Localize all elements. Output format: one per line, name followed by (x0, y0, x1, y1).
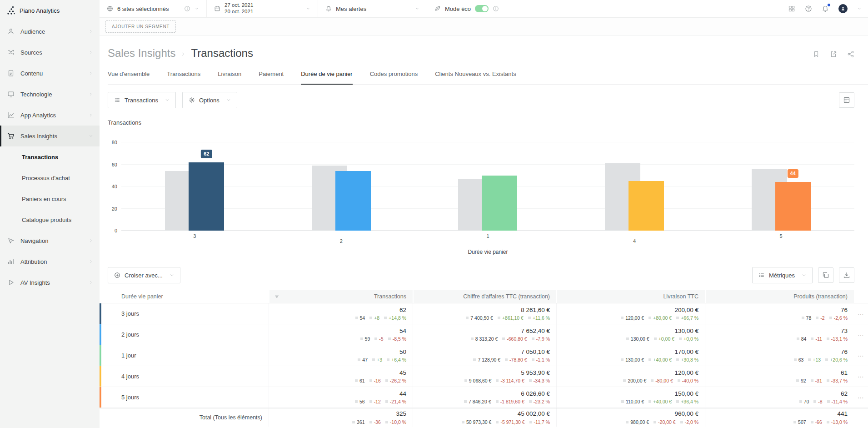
sidebar-item-av-insights[interactable]: AV Insights (0, 272, 100, 293)
sidebar-item-paniers-en-cours[interactable]: Paniers en cours (0, 188, 100, 209)
cell-value: 130,00 € (674, 328, 698, 334)
avatar[interactable] (838, 4, 848, 13)
site-selector[interactable]: 6 sites sélectionnés (100, 0, 207, 17)
chevron-down-icon (415, 6, 419, 11)
bullet-icon (360, 337, 363, 340)
sidebar-item-contenu[interactable]: Contenu (0, 63, 100, 84)
info-icon[interactable] (184, 5, 190, 12)
sidebar-item-sources[interactable]: Sources (0, 42, 100, 63)
add-segment-button[interactable]: AJOUTER UN SEGMENT (105, 20, 176, 33)
download-table-button[interactable] (839, 267, 854, 283)
comparison-value: -20,00 € (658, 420, 676, 425)
bullet-icon (827, 400, 830, 403)
bullet-icon (626, 337, 629, 340)
eco-mode-toggle[interactable] (475, 5, 489, 12)
app-logo[interactable]: Piano Analytics (0, 0, 100, 21)
transactions-chart: 020406080 6244 32145 Durée vie panier (100, 142, 854, 255)
cross-with-dropdown[interactable]: Croiser avec... (108, 267, 180, 283)
metric-cell: 170,00 €130,00 €+40,00 €+30,8 % (556, 345, 705, 366)
tab-duree-de-vie-panier[interactable]: Durée de vie panier (301, 70, 352, 84)
apps-grid-button[interactable] (788, 5, 795, 12)
tab-transactions[interactable]: Transactions (167, 70, 200, 84)
tab-vue-d-ensemble[interactable]: Vue d'ensemble (108, 70, 150, 84)
share-button[interactable] (847, 50, 854, 58)
bar-current-period[interactable] (629, 181, 664, 231)
chevron-right-icon (89, 259, 93, 264)
chevron-down-icon[interactable] (857, 6, 862, 11)
sidebar-item-technologie[interactable]: Technologie (0, 84, 100, 105)
bar-current-period[interactable] (189, 162, 224, 231)
column-header-chiffre-affaires[interactable]: Chiffre d'affaires TTC (transaction) (413, 290, 556, 303)
row-menu-button[interactable]: ⋯ (854, 324, 868, 345)
row-menu-button[interactable]: ⋯ (854, 387, 868, 408)
cell-comparison: 130,00 €+40,00 €+30,8 % (621, 358, 698, 363)
bar-current-period[interactable] (335, 171, 371, 231)
row-label: 5 jours (101, 387, 269, 408)
sidebar-item-audience[interactable]: Audience (0, 21, 100, 42)
table-row[interactable]: 4 jours4561-16-26,2 %5 953,90 €9 068,60 … (100, 366, 868, 387)
sidebar-item-app-analytics[interactable]: App Analytics (0, 105, 100, 126)
metrics-dropdown[interactable]: Métriques (752, 267, 813, 283)
chart-display-settings-button[interactable] (839, 92, 854, 108)
help-button[interactable] (805, 5, 812, 12)
alerts-selector[interactable]: Mes alertes (318, 0, 427, 17)
copy-table-button[interactable] (818, 267, 833, 283)
tab-paiement[interactable]: Paiement (259, 70, 284, 84)
row-menu-button[interactable]: ⋯ (854, 345, 868, 366)
cell-value: 45 002,00 € (518, 411, 550, 417)
bar-current-period[interactable] (775, 182, 811, 231)
comparison-value: 120,00 € (625, 316, 644, 321)
bullet-icon (498, 317, 500, 319)
sidebar-item-catalogue-produits[interactable]: Catalogue produits (0, 209, 100, 230)
sidebar-item-processus-d-achat[interactable]: Processus d'achat (0, 167, 100, 188)
export-report-button[interactable] (830, 50, 837, 58)
topbar-actions (788, 0, 868, 17)
options-dropdown[interactable]: Options (182, 92, 237, 108)
tab-clients-nouveaux-vs-existants[interactable]: Clients Nouveaux vs. Existants (435, 70, 516, 84)
chart-bar-group (268, 142, 415, 231)
table-row[interactable]: 5 jours4456-12-21,4 %6 026,60 €7 846,20 … (100, 387, 868, 408)
chevron-down-icon (170, 273, 174, 277)
date-range-picker[interactable]: 27 oct. 2021 20 oct. 2021 (207, 0, 318, 17)
bullet-icon (808, 358, 811, 361)
cell-value: 7 652,40 € (521, 328, 550, 334)
breadcrumb-parent[interactable]: Sales Insights (108, 47, 175, 60)
bookmark-button[interactable] (813, 50, 820, 58)
row-menu-button[interactable]: ⋯ (854, 366, 868, 387)
comparison-value: 200,00 € (628, 378, 646, 383)
comparison-value: -78,80 € (509, 358, 527, 363)
comparison-value: -31 (815, 378, 822, 383)
metric-cell: 130,00 €130,00 €+0,00 €+0,0 % (556, 324, 705, 345)
metric-dropdown[interactable]: Transactions (108, 92, 176, 108)
sidebar-item-attribution[interactable]: Attribution (0, 251, 100, 272)
column-header-duree-vie-panier[interactable]: Durée vie panier (101, 290, 269, 303)
tab-codes-promotions[interactable]: Codes promotions (370, 70, 418, 84)
notifications-button[interactable] (822, 5, 829, 12)
table-row[interactable]: 2 jours5459-5-8,5 %7 652,40 €8 313,20 €-… (100, 324, 868, 345)
info-icon[interactable] (493, 5, 499, 12)
date-end: 20 oct. 2021 (224, 9, 253, 15)
sidebar-item-sales-insights[interactable]: Sales Insights (0, 126, 100, 146)
comparison-value: 7 128,90 € (478, 358, 500, 363)
sidebar-item-transactions[interactable]: Transactions (0, 146, 100, 167)
bullet-icon (473, 358, 476, 361)
bar-current-period[interactable] (482, 176, 517, 231)
bullet-icon (387, 358, 389, 361)
bullet-icon (464, 379, 467, 382)
column-header-transactions[interactable]: Transactions (269, 290, 413, 303)
column-header-livraison[interactable]: Livraison TTC (556, 290, 705, 303)
bullet-icon (811, 379, 813, 382)
row-menu-button[interactable]: ⋯ (854, 303, 868, 324)
bullet-icon (385, 379, 388, 382)
sidebar-item-navigation[interactable]: Navigation (0, 230, 100, 251)
table-row[interactable]: 1 jour5047+3+6,4 %7 050,10 €7 128,90 €-7… (100, 345, 868, 366)
metric-cell: 325361-36-10,0 % (269, 408, 413, 427)
table-row[interactable]: 3 jours6254+8+14,8 %8 261,60 €7 400,50 €… (100, 303, 868, 324)
cell-value: 200,00 € (674, 307, 698, 313)
sidebar-item-label: AV Insights (20, 279, 89, 286)
column-header-produits[interactable]: Produits (transaction) (705, 290, 854, 303)
comparison-value: 92 (801, 378, 806, 383)
tab-livraison[interactable]: Livraison (218, 70, 241, 84)
filter-icon[interactable] (274, 293, 280, 300)
comparison-value: +11,6 % (533, 316, 550, 321)
